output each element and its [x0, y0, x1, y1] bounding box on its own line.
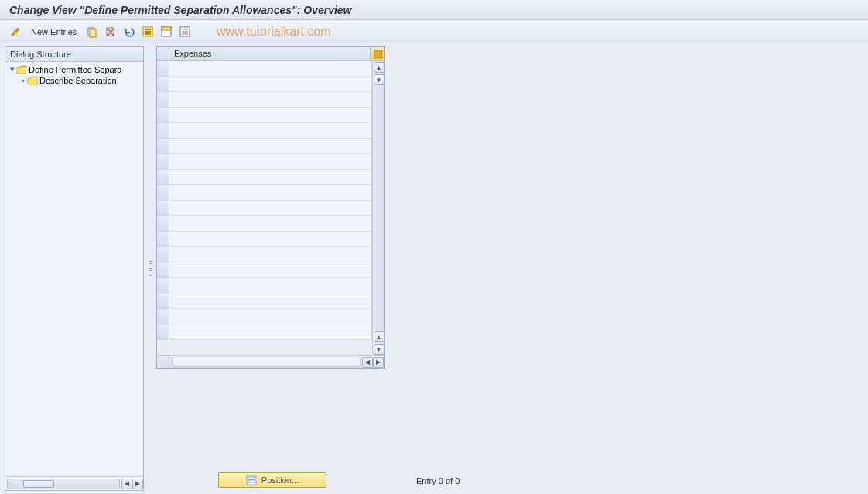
table-row[interactable] — [157, 154, 372, 170]
copy-icon[interactable] — [84, 24, 100, 39]
main-area: Expenses ▲ ▼ ▲ ▼ ◀ — [156, 46, 863, 491]
cell[interactable] — [169, 262, 372, 278]
cell[interactable] — [169, 139, 372, 154]
grid-hscroll-left-icon[interactable]: ◀ — [362, 357, 373, 368]
row-header[interactable] — [157, 185, 169, 201]
hscroll-track[interactable] — [7, 479, 120, 489]
cell[interactable] — [169, 61, 372, 77]
hscroll-right-icon[interactable]: ▶ — [132, 479, 143, 489]
table-row[interactable] — [157, 262, 372, 278]
hscroll-thumb[interactable] — [23, 480, 54, 488]
scroll-down2-icon[interactable]: ▼ — [374, 344, 384, 355]
svg-rect-17 — [248, 479, 255, 481]
undo-icon[interactable] — [121, 24, 137, 39]
toggle-edit-icon[interactable] — [8, 24, 23, 39]
scroll-up-icon[interactable]: ▲ — [374, 62, 384, 73]
row-header[interactable] — [157, 92, 169, 108]
row-header[interactable] — [157, 170, 169, 185]
dialog-structure-panel: Dialog Structure ▾ Define Permitted Sepa… — [5, 46, 144, 491]
cell[interactable] — [169, 293, 372, 309]
svg-rect-13 — [374, 50, 378, 58]
row-header[interactable] — [157, 108, 169, 123]
data-grid: Expenses ▲ ▼ ▲ ▼ ◀ — [156, 46, 385, 369]
cell[interactable] — [169, 77, 372, 92]
cell[interactable] — [169, 309, 372, 324]
row-header[interactable] — [157, 232, 169, 247]
cell[interactable] — [169, 232, 372, 247]
tree-node-describe-separation[interactable]: • Describe Separation — [5, 75, 143, 86]
row-header[interactable] — [157, 247, 169, 262]
table-row[interactable] — [157, 293, 372, 309]
svg-rect-6 — [145, 33, 151, 35]
dialog-hscrollbar[interactable]: ◀ ▶ — [5, 476, 143, 490]
table-row[interactable] — [157, 201, 372, 216]
cell[interactable] — [169, 108, 372, 123]
row-header[interactable] — [157, 154, 169, 170]
table-row[interactable] — [157, 247, 372, 262]
row-header[interactable] — [157, 77, 169, 92]
position-button[interactable]: Position... — [218, 472, 326, 488]
tree-expander-icon[interactable]: ▾ — [9, 64, 16, 74]
table-row[interactable] — [157, 139, 372, 154]
row-header[interactable] — [157, 139, 169, 154]
select-block-icon[interactable] — [159, 24, 174, 39]
cell[interactable] — [169, 278, 372, 293]
cell[interactable] — [169, 201, 372, 216]
scroll-up2-icon[interactable]: ▲ — [374, 331, 384, 342]
column-header-expenses[interactable]: Expenses — [169, 47, 371, 60]
dialog-structure-tree: ▾ Define Permitted Separa • Describe Sep… — [5, 62, 143, 476]
table-row[interactable] — [157, 77, 372, 92]
tree-node-label: Define Permitted Separa — [29, 65, 121, 74]
cell[interactable] — [169, 92, 372, 108]
table-row[interactable] — [157, 216, 372, 232]
table-row[interactable] — [157, 232, 372, 247]
table-row[interactable] — [157, 123, 372, 139]
grid-hscrollbar[interactable]: ◀ ▶ — [169, 357, 384, 368]
cell[interactable] — [169, 123, 372, 139]
table-row[interactable] — [157, 185, 372, 201]
position-icon — [246, 475, 257, 485]
table-row[interactable] — [157, 170, 372, 185]
grid-hscroll-track[interactable] — [172, 358, 361, 367]
new-entries-button[interactable]: New Entries — [26, 26, 81, 38]
row-header[interactable] — [157, 61, 169, 77]
table-row[interactable] — [157, 61, 372, 77]
cell[interactable] — [169, 185, 372, 201]
cell[interactable] — [169, 154, 372, 170]
select-all-icon[interactable] — [140, 24, 155, 39]
grid-bottom-corner — [157, 356, 169, 368]
row-header[interactable] — [157, 201, 169, 216]
svg-rect-11 — [182, 31, 188, 33]
watermark-text: www.tutorialkart.com — [217, 25, 331, 39]
row-header[interactable] — [157, 262, 169, 278]
cell[interactable] — [169, 170, 372, 185]
table-row[interactable] — [157, 278, 372, 293]
tree-node-define-permitted[interactable]: ▾ Define Permitted Separa — [5, 63, 143, 75]
grid-vscrollbar[interactable]: ▲ ▼ ▲ ▼ — [372, 61, 384, 355]
splitter-handle[interactable] — [149, 46, 152, 491]
position-button-label: Position... — [261, 475, 299, 485]
table-row[interactable] — [157, 309, 372, 324]
row-header[interactable] — [157, 293, 169, 309]
row-header[interactable] — [157, 278, 169, 293]
row-header[interactable] — [157, 123, 169, 139]
scroll-down-icon[interactable]: ▼ — [374, 74, 384, 85]
table-row[interactable] — [157, 92, 372, 108]
folder-closed-icon — [27, 76, 38, 85]
cell[interactable] — [169, 216, 372, 232]
row-header[interactable] — [157, 216, 169, 232]
hscroll-left-icon[interactable]: ◀ — [121, 479, 132, 489]
table-row[interactable] — [157, 108, 372, 123]
deselect-all-icon[interactable] — [177, 24, 193, 39]
delete-icon[interactable] — [103, 24, 118, 39]
table-row[interactable] — [157, 324, 372, 340]
grid-hscroll-right-icon[interactable]: ▶ — [373, 357, 384, 368]
row-header[interactable] — [157, 309, 169, 324]
svg-rect-8 — [162, 27, 171, 30]
cell[interactable] — [169, 247, 372, 262]
splitter-grip-icon — [149, 261, 152, 276]
title-bar: Change View "Define Permitted Separation… — [0, 0, 868, 20]
cell[interactable] — [169, 324, 372, 340]
configure-columns-button[interactable] — [371, 47, 384, 60]
row-header[interactable] — [157, 324, 169, 340]
